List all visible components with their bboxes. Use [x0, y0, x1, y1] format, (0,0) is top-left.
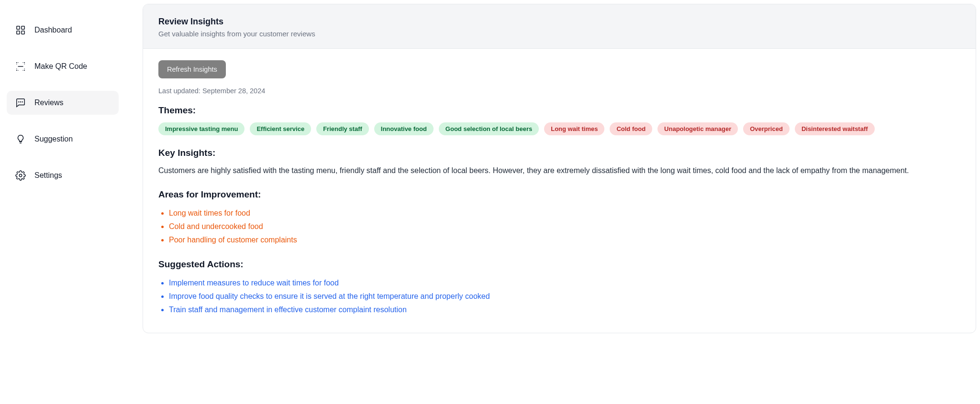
- card-body: Refresh Insights Last updated: September…: [143, 49, 976, 333]
- main-content: Review Insights Get valuable insights fr…: [125, 0, 980, 404]
- sidebar-item-label: Settings: [34, 171, 62, 180]
- sidebar-item-settings[interactable]: Settings: [7, 164, 119, 187]
- sidebar-item-reviews[interactable]: Reviews: [7, 91, 119, 115]
- sidebar-item-dashboard[interactable]: Dashboard: [7, 18, 119, 42]
- theme-chip-positive: Good selection of local beers: [439, 122, 539, 135]
- qr-code-icon: [15, 61, 26, 72]
- svg-point-6: [22, 102, 22, 102]
- svg-rect-3: [22, 31, 24, 34]
- svg-point-7: [19, 174, 22, 177]
- areas-for-improvement-heading: Areas for Improvement:: [158, 189, 960, 200]
- svg-rect-0: [17, 26, 20, 29]
- sidebar-item-label: Reviews: [34, 98, 63, 107]
- theme-chip-negative: Disinterested waitstaff: [795, 122, 875, 135]
- list-item: Implement measures to reduce wait times …: [169, 276, 960, 290]
- sidebar-item-label: Dashboard: [34, 26, 72, 34]
- list-item: Improve food quality checks to ensure it…: [169, 290, 960, 303]
- theme-chip-positive: Friendly staff: [316, 122, 369, 135]
- reviews-icon: [15, 98, 26, 108]
- page-subtitle: Get valuable insights from your customer…: [158, 30, 960, 38]
- key-insights-heading: Key Insights:: [158, 148, 960, 158]
- page-title: Review Insights: [158, 17, 960, 27]
- key-insights-text: Customers are highly satisfied with the …: [158, 165, 960, 177]
- suggested-actions-list: Implement measures to reduce wait times …: [158, 276, 960, 317]
- refresh-insights-button[interactable]: Refresh Insights: [158, 60, 226, 78]
- sidebar-item-label: Make QR Code: [34, 62, 87, 71]
- theme-chip-negative: Cold food: [610, 122, 652, 135]
- theme-chip-positive: Impressive tasting menu: [158, 122, 245, 135]
- card-header: Review Insights Get valuable insights fr…: [143, 4, 976, 49]
- suggestion-icon: [15, 134, 26, 144]
- themes-row: Impressive tasting menu Efficient servic…: [158, 122, 960, 135]
- svg-rect-1: [22, 26, 24, 29]
- sidebar-item-label: Suggestion: [34, 135, 73, 143]
- sidebar-item-make-qr-code[interactable]: Make QR Code: [7, 55, 119, 78]
- settings-icon: [15, 170, 26, 181]
- suggested-actions-heading: Suggested Actions:: [158, 259, 960, 270]
- review-insights-card: Review Insights Get valuable insights fr…: [143, 4, 976, 333]
- sidebar-item-suggestion[interactable]: Suggestion: [7, 127, 119, 151]
- theme-chip-negative: Long wait times: [544, 122, 604, 135]
- theme-chip-positive: Efficient service: [250, 122, 311, 135]
- theme-chip-positive: Innovative food: [374, 122, 434, 135]
- list-item: Long wait times for food: [169, 207, 960, 220]
- list-item: Cold and undercooked food: [169, 220, 960, 233]
- svg-rect-2: [17, 31, 20, 34]
- theme-chip-negative: Unapologetic manager: [657, 122, 738, 135]
- theme-chip-negative: Overpriced: [743, 122, 790, 135]
- svg-point-4: [19, 102, 19, 102]
- list-item: Train staff and management in effective …: [169, 303, 960, 317]
- themes-heading: Themes:: [158, 105, 960, 116]
- sidebar: Dashboard Make QR Code Reviews Suggestio…: [0, 0, 125, 404]
- areas-for-improvement-list: Long wait times for food Cold and underc…: [158, 207, 960, 247]
- svg-point-5: [21, 102, 21, 102]
- list-item: Poor handling of customer complaints: [169, 233, 960, 247]
- last-updated-text: Last updated: September 28, 2024: [158, 87, 960, 95]
- dashboard-icon: [15, 25, 26, 35]
